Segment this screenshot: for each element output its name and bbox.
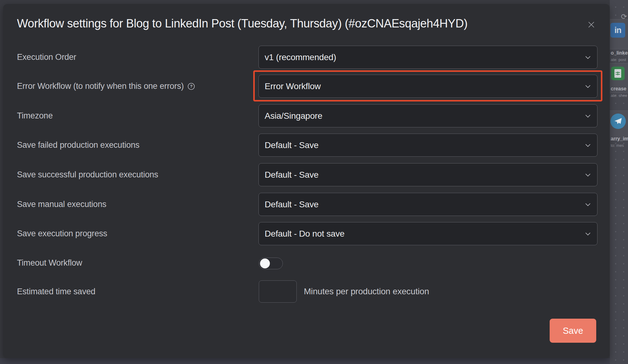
- node-label: arry_im: [611, 136, 628, 142]
- field-row-save-successful-executions: Save successful production executions De…: [3, 163, 610, 186]
- save-button[interactable]: Save: [550, 319, 596, 343]
- node-sublabel: ate: shee: [611, 93, 627, 98]
- close-button[interactable]: [585, 19, 597, 31]
- field-label-text: Save successful production executions: [17, 170, 158, 180]
- save-execution-progress-select[interactable]: Default - Do not save: [258, 222, 597, 245]
- field-label: Estimated time saved: [17, 280, 95, 303]
- field-row-save-failed-executions: Save failed production executions Defaul…: [3, 134, 610, 157]
- error-workflow-select[interactable]: Error Workflow: [258, 75, 597, 98]
- modal-title: Workflow settings for Blog to LinkedIn P…: [17, 17, 576, 30]
- chevron-down-icon: [583, 140, 593, 150]
- field-label: Timeout Workflow: [17, 251, 82, 275]
- estimated-time-suffix: Minutes per production execution: [304, 280, 429, 303]
- field-label-text: Save manual executions: [17, 200, 106, 209]
- timezone-select[interactable]: Asia/Singapore: [258, 104, 597, 127]
- field-row-estimated-time-saved: Estimated time saved Minutes per product…: [3, 280, 610, 303]
- save-manual-executions-select[interactable]: Default - Save: [258, 193, 597, 216]
- field-row-execution-order: Execution Order v1 (recommended): [3, 46, 610, 69]
- field-row-save-manual-executions: Save manual executions Default - Save: [3, 193, 610, 216]
- sheet-page-glyph: [614, 69, 621, 78]
- field-label-text: Execution Order: [17, 52, 76, 62]
- select-value: v1 (recommended): [265, 52, 336, 62]
- select-value: Error Workflow: [265, 81, 321, 91]
- select-value: Asia/Singapore: [265, 111, 322, 121]
- estimated-time-input[interactable]: [259, 280, 297, 303]
- chevron-down-icon: [583, 81, 593, 91]
- save-failed-executions-select[interactable]: Default - Save: [258, 134, 597, 157]
- save-successful-executions-select[interactable]: Default - Save: [258, 163, 597, 186]
- select-value: Default - Save: [265, 170, 319, 180]
- node-sublabel: ate: post: [611, 57, 626, 62]
- n8n-workflow-page: ⟳ in o_linke ate: post crease ate: shee …: [0, 0, 628, 364]
- select-value: Default - Save: [265, 200, 319, 209]
- paper-plane-glyph: [614, 117, 622, 126]
- field-row-error-workflow: Error Workflow (to notify when this one …: [3, 75, 610, 98]
- execution-order-select[interactable]: v1 (recommended): [258, 46, 597, 69]
- field-label: Execution Order: [17, 46, 76, 69]
- chevron-down-icon: [583, 52, 593, 62]
- field-label-text: Error Workflow (to notify when this one …: [17, 81, 184, 91]
- field-label: Save manual executions: [17, 193, 106, 216]
- field-label: Error Workflow (to notify when this one …: [17, 75, 195, 98]
- field-label: Save successful production executions: [17, 163, 158, 186]
- toggle-knob: [260, 259, 270, 268]
- field-label-text: Timezone: [17, 111, 53, 121]
- field-label-text: Save failed production executions: [17, 140, 139, 150]
- select-value: Default - Do not save: [265, 229, 345, 239]
- chevron-down-icon: [583, 229, 593, 239]
- google-sheets-icon: [611, 67, 625, 80]
- timeout-workflow-toggle[interactable]: [259, 258, 283, 269]
- telegram-icon: [610, 114, 626, 129]
- field-label: Timezone: [17, 104, 53, 127]
- chevron-down-icon: [583, 200, 593, 209]
- node-label: crease: [611, 86, 626, 92]
- select-value: Default - Save: [265, 140, 319, 150]
- field-row-save-execution-progress: Save execution progress Default - Do not…: [3, 222, 610, 245]
- help-icon[interactable]: ?: [187, 82, 195, 90]
- field-label: Save failed production executions: [17, 134, 139, 157]
- node-sublabel: to: mes: [611, 143, 624, 148]
- field-row-timezone: Timezone Asia/Singapore: [3, 104, 610, 127]
- workflow-settings-modal: Workflow settings for Blog to LinkedIn P…: [3, 4, 610, 358]
- field-label: Save execution progress: [17, 222, 107, 245]
- field-label-text: Save execution progress: [17, 229, 107, 238]
- linkedin-icon: in: [610, 23, 625, 38]
- canvas-bottom-strip: [0, 358, 610, 364]
- linkedin-glyph: in: [614, 26, 621, 35]
- node-label: o_linke: [611, 50, 628, 56]
- field-label-text: Timeout Workflow: [17, 258, 82, 268]
- chevron-down-icon: [583, 111, 593, 121]
- field-label-text: Estimated time saved: [17, 287, 95, 296]
- close-icon: [587, 21, 595, 29]
- svg-text:?: ?: [190, 84, 192, 89]
- field-row-timeout-workflow: Timeout Workflow: [3, 251, 610, 275]
- chevron-down-icon: [583, 170, 593, 180]
- workflow-canvas-strip: ⟳ in o_linke ate: post crease ate: shee …: [610, 0, 628, 364]
